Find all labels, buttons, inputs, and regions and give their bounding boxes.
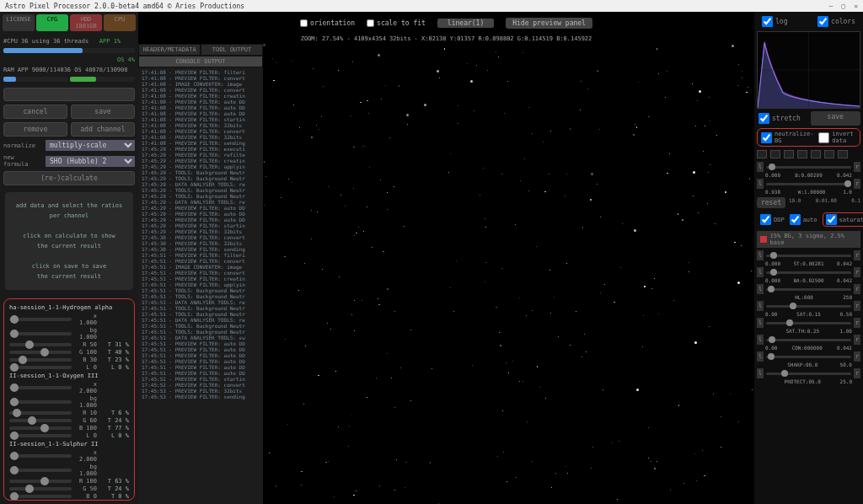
neutralize-row: neutralize-BG invert data xyxy=(757,128,860,147)
image-preview[interactable] xyxy=(263,44,754,504)
channel-slider-row[interactable]: x 2.000 xyxy=(9,381,129,394)
channel-slider-row[interactable]: R 50T 31 % xyxy=(9,341,129,348)
log-checkbox[interactable]: log xyxy=(762,16,787,27)
right-slider[interactable]: lr xyxy=(757,179,860,189)
left-panel: LICENSE CFG HDD 1801GB CPU #CPU 36 using… xyxy=(0,12,138,504)
linear-select[interactable]: linear(1) xyxy=(437,19,494,28)
right-slider[interactable]: lr xyxy=(757,335,860,345)
colors-checkbox[interactable]: colors xyxy=(817,16,855,27)
license-button[interactable]: LICENSE xyxy=(3,14,35,31)
zoom-info: ZOOM: 27.54% - 4109x4354 32bits - X:0213… xyxy=(138,34,754,44)
tab-header[interactable]: HEADER/METADATA xyxy=(138,44,201,56)
recalculate-button[interactable]: (re-)calculate xyxy=(3,171,135,185)
hide-preview-button[interactable]: Hide preview panel xyxy=(506,18,592,29)
formula-select[interactable]: SHO (Hubble) 2 xyxy=(46,156,135,167)
app-title: Astro Pixel Processor 2.0.0-beta4 amd64 … xyxy=(5,3,244,10)
channel-slider-row[interactable]: R 100T 63 % xyxy=(9,478,129,485)
invert-checkbox[interactable]: invert data xyxy=(818,131,856,144)
tab-tool[interactable]: TOOL OUTPUT xyxy=(201,44,263,56)
cpu-button[interactable]: CPU xyxy=(104,14,136,31)
channel-slider-row[interactable]: x 2.000 xyxy=(9,449,129,463)
channel-title: II-session_1-1-Oxygen III xyxy=(9,373,129,379)
save-button[interactable]: save xyxy=(71,105,135,119)
window-controls[interactable]: —▢✕ xyxy=(829,3,858,10)
middle-panel: orientation scale to fit linear(1) Hide … xyxy=(138,12,754,504)
channel-panel: ha-session_1-1-Hydrogen alphax 1.000bg 1… xyxy=(3,298,135,501)
color-squares[interactable] xyxy=(757,149,860,159)
channel-slider-row[interactable]: G 60T 24 % xyxy=(9,417,129,424)
cfg-button[interactable]: CFG xyxy=(36,14,68,31)
console-panel: HEADER/METADATA TOOL OUTPUT CONSOLE OUTP… xyxy=(138,44,263,504)
channel-slider-row[interactable]: G 100T 40 % xyxy=(9,349,129,356)
right-slider[interactable]: lr xyxy=(757,250,860,260)
auto-checkbox[interactable]: auto xyxy=(790,212,817,227)
formula-label: new formula xyxy=(3,154,42,168)
histogram[interactable] xyxy=(757,31,860,109)
channel-slider-row[interactable]: B 30T 23 % xyxy=(9,357,129,363)
stats-block: #CPU 36 using 36 threads APP 1% OS 4% RA… xyxy=(0,34,138,86)
stretch-checkbox[interactable]: stretch xyxy=(757,111,807,126)
save-right-button[interactable]: save xyxy=(811,111,861,126)
right-slider[interactable]: lr xyxy=(757,162,860,172)
tab-console[interactable]: CONSOLE OUTPUT xyxy=(138,56,263,67)
channel-slider-row[interactable]: L 0L 0 % xyxy=(9,364,129,371)
channel-slider-row[interactable]: L 0L 0 % xyxy=(9,432,129,439)
blank-button[interactable] xyxy=(3,88,135,101)
ddp-checkbox[interactable]: DDP xyxy=(760,212,785,227)
normalize-select[interactable]: multiply-scale xyxy=(46,140,135,151)
ddp-preset-select[interactable]: 15% BG, 3 sigma, 2.5% base xyxy=(757,231,860,248)
channel-slider-row[interactable]: bg 1.000 xyxy=(9,327,129,340)
neutralize-bg-checkbox[interactable]: neutralize-BG xyxy=(761,131,813,144)
console-output[interactable]: 17:41:08 - PREVIEW FILTER: filteri17:41:… xyxy=(138,67,263,504)
right-slider[interactable]: lr xyxy=(757,318,860,328)
channel-slider-row[interactable]: B 0T 0 % xyxy=(9,493,129,500)
add-channel-button[interactable]: add channel xyxy=(71,122,135,137)
reset-button[interactable]: reset xyxy=(757,197,785,208)
channel-title: ha-session_1-1-Hydrogen alpha xyxy=(9,304,129,311)
right-panel: log colors stretch save neutralize-BG in… xyxy=(754,12,863,504)
normalize-label: normalize xyxy=(3,142,42,149)
right-slider[interactable]: lr xyxy=(757,301,860,311)
orientation-checkbox[interactable]: orientation xyxy=(300,19,355,27)
scale-checkbox[interactable]: scale to fit xyxy=(367,19,426,27)
right-slider[interactable]: lr xyxy=(757,267,860,277)
right-slider[interactable]: lr xyxy=(757,351,860,362)
channel-slider-row[interactable]: bg 1.000 xyxy=(9,464,129,477)
channel-title: II-session_1-1-Sulphur II xyxy=(9,441,129,448)
channel-slider-row[interactable]: x 1.000 xyxy=(9,313,129,326)
right-slider[interactable]: lr xyxy=(757,368,860,378)
titlebar: Astro Pixel Processor 2.0.0-beta4 amd64 … xyxy=(0,0,863,12)
right-slider[interactable]: lr xyxy=(757,284,860,294)
saturation-checkbox[interactable]: saturation xyxy=(823,212,863,227)
top-bar: orientation scale to fit linear(1) Hide … xyxy=(138,12,754,34)
cancel-button[interactable]: cancel xyxy=(3,105,67,119)
hdd-button[interactable]: HDD 1801GB xyxy=(70,14,102,31)
channel-slider-row[interactable]: R 10T 6 % xyxy=(9,410,129,416)
channel-slider-row[interactable]: B 100T 77 % xyxy=(9,425,129,432)
channel-slider-row[interactable]: bg 1.000 xyxy=(9,395,129,409)
channel-slider-row[interactable]: G 50T 24 % xyxy=(9,485,129,492)
info-box: add data and select the ratiosper channe… xyxy=(5,192,133,290)
remove-button[interactable]: remove xyxy=(3,122,67,137)
